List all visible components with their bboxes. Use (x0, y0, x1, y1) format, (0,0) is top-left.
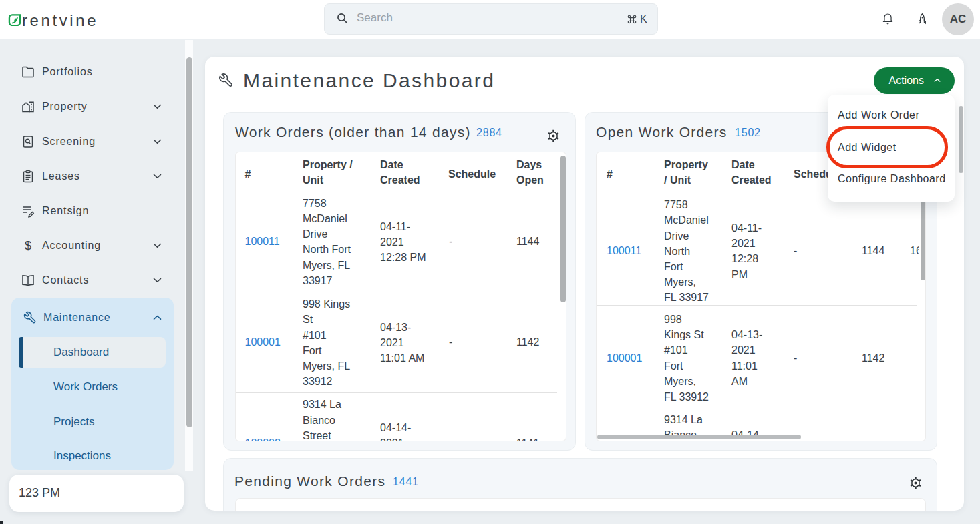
svg-text:$: $ (25, 239, 31, 252)
